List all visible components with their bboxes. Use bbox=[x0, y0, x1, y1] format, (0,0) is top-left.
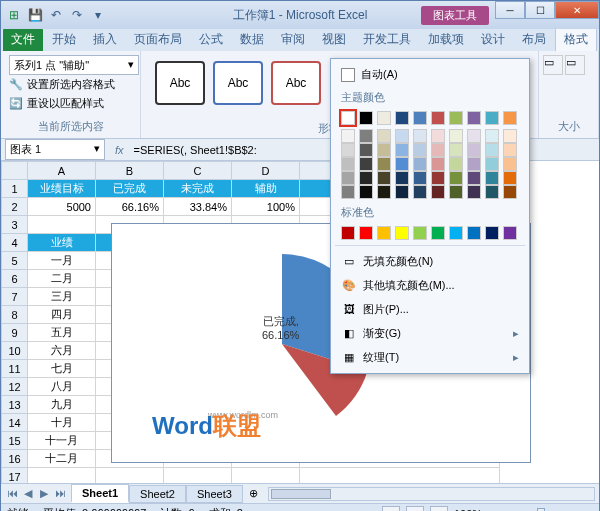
color-swatch[interactable] bbox=[467, 185, 481, 199]
save-icon[interactable]: 💾 bbox=[26, 6, 44, 24]
tab-design[interactable]: 设计 bbox=[473, 28, 513, 51]
color-swatch[interactable] bbox=[341, 111, 355, 125]
row-header[interactable]: 4 bbox=[2, 234, 28, 252]
tab-insert[interactable]: 插入 bbox=[85, 28, 125, 51]
close-button[interactable]: ✕ bbox=[555, 1, 599, 19]
color-swatch[interactable] bbox=[431, 157, 445, 171]
color-swatch[interactable] bbox=[467, 171, 481, 185]
tab-developer[interactable]: 开发工具 bbox=[355, 28, 419, 51]
undo-icon[interactable]: ↶ bbox=[47, 6, 65, 24]
row-header[interactable]: 8 bbox=[2, 306, 28, 324]
color-swatch[interactable] bbox=[485, 129, 499, 143]
color-swatch[interactable] bbox=[377, 157, 391, 171]
horizontal-scrollbar[interactable] bbox=[268, 487, 595, 501]
maximize-button[interactable]: ☐ bbox=[525, 1, 555, 19]
tab-home[interactable]: 开始 bbox=[44, 28, 84, 51]
color-swatch[interactable] bbox=[431, 129, 445, 143]
align-icon[interactable]: ▭ bbox=[565, 55, 585, 75]
row-header[interactable]: 3 bbox=[2, 216, 28, 234]
color-swatch[interactable] bbox=[395, 157, 409, 171]
tab-view[interactable]: 视图 bbox=[314, 28, 354, 51]
row-header[interactable]: 7 bbox=[2, 288, 28, 306]
arrange-icon[interactable]: ▭ bbox=[543, 55, 563, 75]
color-swatch[interactable] bbox=[413, 129, 427, 143]
color-swatch[interactable] bbox=[431, 185, 445, 199]
selection-dropdown[interactable]: 系列1 点 "辅助"▾ bbox=[9, 55, 139, 75]
color-swatch[interactable] bbox=[395, 185, 409, 199]
view-break-button[interactable] bbox=[430, 506, 448, 512]
tab-file[interactable]: 文件 bbox=[3, 28, 43, 51]
col-header[interactable]: C bbox=[164, 162, 232, 180]
sheet-nav-prev-icon[interactable]: ◀ bbox=[21, 487, 35, 500]
tab-data[interactable]: 数据 bbox=[232, 28, 272, 51]
row-header[interactable]: 2 bbox=[2, 198, 28, 216]
color-swatch[interactable] bbox=[467, 157, 481, 171]
color-swatch[interactable] bbox=[485, 185, 499, 199]
color-swatch[interactable] bbox=[395, 171, 409, 185]
color-swatch[interactable] bbox=[503, 171, 517, 185]
color-swatch[interactable] bbox=[467, 226, 481, 240]
color-swatch[interactable] bbox=[413, 143, 427, 157]
color-swatch[interactable] bbox=[503, 157, 517, 171]
color-swatch[interactable] bbox=[341, 171, 355, 185]
fx-label[interactable]: fx bbox=[109, 144, 130, 156]
tab-review[interactable]: 审阅 bbox=[273, 28, 313, 51]
color-swatch[interactable] bbox=[341, 185, 355, 199]
color-swatch[interactable] bbox=[359, 111, 373, 125]
view-normal-button[interactable] bbox=[382, 506, 400, 512]
color-swatch[interactable] bbox=[431, 226, 445, 240]
color-swatch[interactable] bbox=[431, 111, 445, 125]
color-swatch[interactable] bbox=[413, 157, 427, 171]
redo-icon[interactable]: ↷ bbox=[68, 6, 86, 24]
sheet-tab-2[interactable]: Sheet2 bbox=[129, 485, 186, 503]
scroll-thumb[interactable] bbox=[271, 489, 331, 499]
more-colors-item[interactable]: 🎨其他填充颜色(M)... bbox=[335, 273, 525, 297]
color-swatch[interactable] bbox=[503, 129, 517, 143]
color-swatch[interactable] bbox=[467, 129, 481, 143]
color-swatch[interactable] bbox=[485, 226, 499, 240]
row-header[interactable]: 17 bbox=[2, 468, 28, 484]
color-swatch[interactable] bbox=[377, 129, 391, 143]
color-swatch[interactable] bbox=[449, 226, 463, 240]
row-header[interactable]: 9 bbox=[2, 324, 28, 342]
color-swatch[interactable] bbox=[431, 143, 445, 157]
color-swatch[interactable] bbox=[377, 185, 391, 199]
zoom-out-icon[interactable]: − bbox=[488, 508, 494, 512]
color-swatch[interactable] bbox=[449, 185, 463, 199]
color-swatch[interactable] bbox=[485, 111, 499, 125]
row-header[interactable]: 14 bbox=[2, 414, 28, 432]
color-swatch[interactable] bbox=[485, 157, 499, 171]
color-swatch[interactable] bbox=[503, 111, 517, 125]
qat-dropdown-icon[interactable]: ▾ bbox=[89, 6, 107, 24]
col-header[interactable]: B bbox=[96, 162, 164, 180]
color-swatch[interactable] bbox=[449, 129, 463, 143]
minimize-button[interactable]: ─ bbox=[495, 1, 525, 19]
sheet-tab-3[interactable]: Sheet3 bbox=[186, 485, 243, 503]
row-header[interactable]: 11 bbox=[2, 360, 28, 378]
tab-addins[interactable]: 加载项 bbox=[420, 28, 472, 51]
name-box[interactable]: 图表 1▾ bbox=[5, 139, 105, 160]
color-swatch[interactable] bbox=[377, 111, 391, 125]
color-swatch[interactable] bbox=[449, 157, 463, 171]
row-header[interactable]: 15 bbox=[2, 432, 28, 450]
sheet-nav-next-icon[interactable]: ▶ bbox=[37, 487, 51, 500]
format-selection-button[interactable]: 🔧设置所选内容格式 bbox=[9, 75, 132, 94]
picture-fill-item[interactable]: 🖼图片(P)... bbox=[335, 297, 525, 321]
texture-fill-item[interactable]: ▦纹理(T)▸ bbox=[335, 345, 525, 369]
color-swatch[interactable] bbox=[503, 143, 517, 157]
row-header[interactable]: 10 bbox=[2, 342, 28, 360]
color-swatch[interactable] bbox=[377, 171, 391, 185]
color-swatch[interactable] bbox=[395, 129, 409, 143]
select-all-corner[interactable] bbox=[2, 162, 28, 180]
view-layout-button[interactable] bbox=[406, 506, 424, 512]
color-swatch[interactable] bbox=[485, 143, 499, 157]
color-swatch[interactable] bbox=[359, 171, 373, 185]
new-sheet-icon[interactable]: ⊕ bbox=[243, 487, 264, 500]
col-header[interactable]: A bbox=[28, 162, 96, 180]
color-swatch[interactable] bbox=[359, 226, 373, 240]
color-swatch[interactable] bbox=[467, 143, 481, 157]
tab-layout[interactable]: 页面布局 bbox=[126, 28, 190, 51]
row-header[interactable]: 13 bbox=[2, 396, 28, 414]
color-swatch[interactable] bbox=[341, 226, 355, 240]
tab-format[interactable]: 格式 bbox=[555, 27, 597, 51]
